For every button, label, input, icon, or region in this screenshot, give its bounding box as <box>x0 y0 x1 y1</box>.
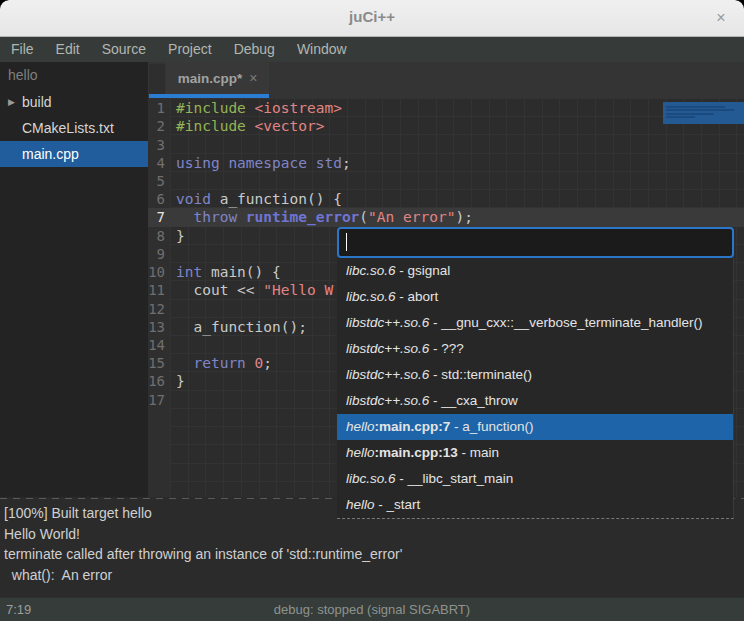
code-text: #include <iostream> <box>170 100 342 116</box>
menu-item-window[interactable]: Window <box>286 37 358 62</box>
stack-frame-item[interactable]: libc.so.6 - gsignal <box>337 258 733 284</box>
token-pln: ; <box>263 355 272 371</box>
code-line-4[interactable]: 4using namespace std; <box>148 154 744 172</box>
expander-triangle-icon[interactable]: ▶ <box>8 89 15 115</box>
frame-location-label: hello <box>346 445 375 460</box>
token-kwb: runtime_error <box>246 209 360 225</box>
code-text: using namespace std; <box>170 155 351 171</box>
code-line-6[interactable]: 6void a_function() { <box>148 190 744 208</box>
token-pln: cout << <box>176 282 263 298</box>
token-str: <vector> <box>255 118 325 134</box>
tab-main-cpp[interactable]: main.cpp*× <box>166 62 269 95</box>
frame-symbol-label: - a_function() <box>450 419 533 434</box>
line-number: 11 <box>148 282 170 298</box>
code-text: throw runtime_error("An error"); <box>170 209 473 225</box>
frame-file-line-label: :main.cpp:7 <box>375 419 451 434</box>
stack-frame-item[interactable]: libc.so.6 - __libc_start_main <box>337 466 733 492</box>
line-number: 5 <box>148 173 170 189</box>
line-number: 7 <box>148 209 170 225</box>
output-line: terminate called after throwing an insta… <box>0 544 744 565</box>
stack-frame-item[interactable]: libstdc++.so.6 - std::terminate() <box>337 362 733 388</box>
frame-symbol-label: - std::terminate() <box>429 367 532 382</box>
frame-file-line-label: :main.cpp:13 <box>375 445 458 460</box>
token-pln: ; <box>342 155 351 171</box>
token-pln: main() { <box>202 264 281 280</box>
file-tree: ▶buildCMakeLists.txtmain.cpp <box>0 89 148 167</box>
token-pln: } <box>176 373 185 389</box>
tab-bar: main.cpp*× <box>148 62 744 98</box>
token-str: "An error" <box>368 209 455 225</box>
code-line-2[interactable]: 2#include <vector> <box>148 117 744 135</box>
tab-scroll-notch <box>149 64 165 94</box>
tooltip-text-line <box>666 106 725 108</box>
code-line-1[interactable]: 1#include <iostream> <box>148 99 744 117</box>
sidebar-item-cmakelists-txt[interactable]: CMakeLists.txt <box>0 115 148 141</box>
token-pln: ); <box>455 209 472 225</box>
line-number: 15 <box>148 355 170 371</box>
line-number: 14 <box>148 337 170 353</box>
tree-item-label: main.cpp <box>22 141 79 167</box>
token-pln: a_function(); <box>176 319 307 335</box>
code-text: } <box>170 228 185 244</box>
code-text: return 0; <box>170 355 272 371</box>
debug-status-label: debug: stopped (signal SIGABRT) <box>0 598 744 621</box>
sidebar-item-main-cpp[interactable]: main.cpp <box>0 141 148 167</box>
sidebar-item-build[interactable]: ▶build <box>0 89 148 115</box>
line-number: 1 <box>148 100 170 116</box>
frame-location-label: libstdc++.so.6 <box>346 393 429 408</box>
token-pln: ( <box>359 209 368 225</box>
line-number: 3 <box>148 137 170 153</box>
code-text: cout << "Hello W <box>170 282 333 298</box>
line-number: 13 <box>148 319 170 335</box>
frame-location-label: libstdc++.so.6 <box>346 315 429 330</box>
token-kw: return <box>193 355 245 371</box>
line-number: 2 <box>148 118 170 134</box>
stack-search-input[interactable] <box>337 227 734 258</box>
frame-symbol-label: - __libc_start_main <box>396 471 514 486</box>
token-str: <iostream> <box>255 100 342 116</box>
stack-frame-item[interactable]: hello - _start <box>337 492 733 518</box>
debug-tooltip-popover <box>663 102 744 124</box>
menu-item-edit[interactable]: Edit <box>45 37 91 62</box>
title-bar[interactable]: juCi++ × <box>0 0 744 37</box>
line-number: 10 <box>148 264 170 280</box>
stack-frame-item[interactable]: hello:main.cpp:7 - a_function() <box>337 414 733 440</box>
tab-close-icon[interactable]: × <box>249 70 257 86</box>
code-text: #include <vector> <box>170 118 324 134</box>
frame-symbol-label: - ??? <box>429 341 464 356</box>
line-number: 17 <box>148 392 170 408</box>
menu-item-project[interactable]: Project <box>157 37 223 62</box>
token-kw: throw <box>193 209 237 225</box>
stack-frame-item[interactable]: libstdc++.so.6 - ??? <box>337 336 733 362</box>
line-number: 4 <box>148 155 170 171</box>
frame-location-label: libc.so.6 <box>346 263 396 278</box>
stack-trace-popup: libc.so.6 - gsignallibc.so.6 - abortlibs… <box>337 227 734 519</box>
tree-item-label: CMakeLists.txt <box>22 115 114 141</box>
output-line: Hello World! <box>0 524 744 545</box>
line-number: 16 <box>148 373 170 389</box>
text-caret <box>346 233 347 251</box>
line-number: 8 <box>148 228 170 244</box>
stack-frame-item[interactable]: libc.so.6 - abort <box>337 284 733 310</box>
stack-frame-item[interactable]: hello:main.cpp:13 - main <box>337 440 733 466</box>
frame-location-label: libc.so.6 <box>346 471 396 486</box>
menu-item-source[interactable]: Source <box>91 37 157 62</box>
close-icon[interactable]: × <box>710 7 732 29</box>
stack-frame-item[interactable]: libstdc++.so.6 - __cxa_throw <box>337 388 733 414</box>
code-line-3[interactable]: 3 <box>148 135 744 153</box>
token-pre: #include <box>176 118 255 134</box>
token-pln <box>246 355 255 371</box>
code-line-5[interactable]: 5 <box>148 172 744 190</box>
menu-item-file[interactable]: File <box>0 37 45 62</box>
code-text: int main() { <box>170 264 281 280</box>
project-sidebar: hello ▶buildCMakeLists.txtmain.cpp <box>0 62 149 497</box>
code-line-7[interactable]: 7 throw runtime_error("An error"); <box>148 208 744 226</box>
stack-frame-item[interactable]: libstdc++.so.6 - __gnu_cxx::__verbose_te… <box>337 310 733 336</box>
token-pln <box>176 355 193 371</box>
token-pln: a_function() { <box>211 191 342 207</box>
menu-item-debug[interactable]: Debug <box>223 37 286 62</box>
output-line: what(): An error <box>0 565 744 586</box>
stack-frame-list: libc.so.6 - gsignallibc.so.6 - abortlibs… <box>337 258 734 519</box>
frame-symbol-label: - main <box>458 445 499 460</box>
status-bar: 7:19 debug: stopped (signal SIGABRT) <box>0 597 744 621</box>
